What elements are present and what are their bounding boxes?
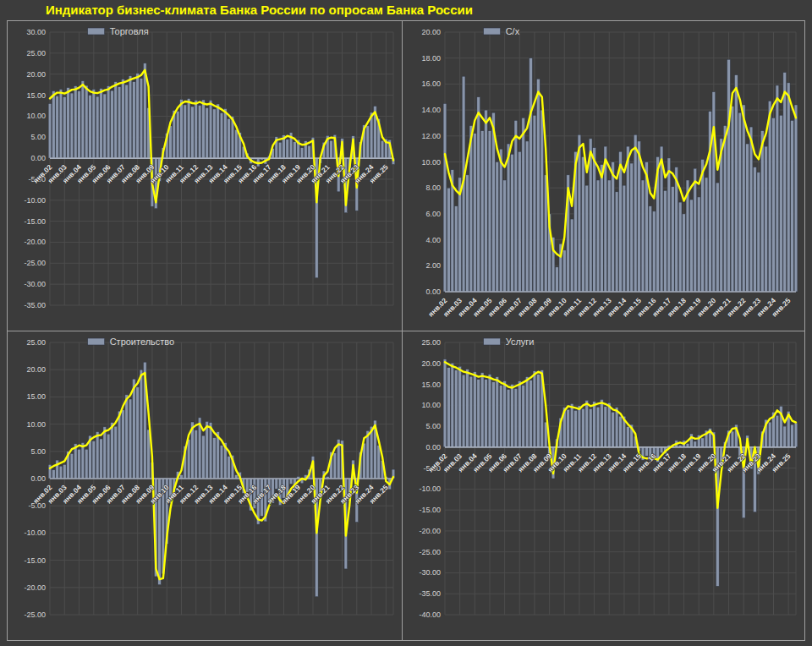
svg-text:-20.00: -20.00 <box>419 527 441 535</box>
chart-panel-services: 25.0020.0015.0010.005.000.00-5.00-10.00-… <box>403 331 804 640</box>
svg-text:10.00: 10.00 <box>421 401 441 409</box>
svg-text:12.00: 12.00 <box>421 132 441 140</box>
svg-text:2.00: 2.00 <box>425 261 441 270</box>
svg-text:0.00: 0.00 <box>425 287 441 296</box>
svg-text:4.00: 4.00 <box>425 236 441 244</box>
svg-text:15.00: 15.00 <box>421 380 441 389</box>
svg-text:-35.00: -35.00 <box>419 589 441 598</box>
svg-text:-30.00: -30.00 <box>24 280 46 288</box>
svg-text:0.00: 0.00 <box>425 443 441 452</box>
svg-text:20.00: 20.00 <box>421 28 441 36</box>
svg-text:-10.00: -10.00 <box>24 196 46 205</box>
svg-text:25.00: 25.00 <box>26 49 46 57</box>
svg-text:-20.00: -20.00 <box>24 583 46 592</box>
page-title: Индикатор бизнес-климата Банка России по… <box>0 0 812 20</box>
svg-text:-25.00: -25.00 <box>24 610 46 619</box>
svg-text:16.00: 16.00 <box>421 79 441 88</box>
svg-text:8.00: 8.00 <box>425 183 441 192</box>
svg-text:С/х: С/х <box>506 26 520 36</box>
svg-text:10.00: 10.00 <box>421 158 441 167</box>
svg-text:20.00: 20.00 <box>26 365 46 374</box>
svg-text:-15.00: -15.00 <box>24 217 46 226</box>
svg-text:-35.00: -35.00 <box>24 301 46 309</box>
svg-text:0.00: 0.00 <box>30 154 46 162</box>
svg-text:5.00: 5.00 <box>30 133 46 141</box>
svg-text:18.00: 18.00 <box>421 54 441 63</box>
svg-text:-25.00: -25.00 <box>24 259 46 267</box>
svg-text:0.00: 0.00 <box>30 474 46 483</box>
svg-text:15.00: 15.00 <box>26 91 46 100</box>
chart-construction-svg: 25.0020.0015.0010.005.000.00-5.00-10.00-… <box>8 331 402 640</box>
charts-grid: 30.0025.0020.0015.0010.005.000.00-5.00-1… <box>7 20 805 641</box>
svg-text:-25.00: -25.00 <box>419 548 441 556</box>
svg-text:10.00: 10.00 <box>26 112 46 120</box>
chart-trade-svg: 30.0025.0020.0015.0010.005.000.00-5.00-1… <box>8 21 402 331</box>
svg-text:5.00: 5.00 <box>425 422 441 430</box>
svg-text:Услуги: Услуги <box>506 337 535 347</box>
svg-text:5.00: 5.00 <box>30 447 46 456</box>
svg-text:15.00: 15.00 <box>26 392 46 401</box>
svg-text:6.00: 6.00 <box>425 210 441 218</box>
svg-text:25.00: 25.00 <box>421 338 441 347</box>
svg-text:-40.00: -40.00 <box>419 610 441 619</box>
svg-text:-20.00: -20.00 <box>24 238 46 246</box>
svg-text:20.00: 20.00 <box>421 359 441 368</box>
excel-chart-sheet: { "title": "Индикатор бизнес-климата Бан… <box>0 0 812 646</box>
chart-panel-trade: 30.0025.0020.0015.0010.005.000.00-5.00-1… <box>8 21 402 331</box>
svg-text:Торговля: Торговля <box>110 26 149 36</box>
svg-text:10.00: 10.00 <box>26 420 46 429</box>
chart-panel-agriculture: 20.0018.0016.0014.0012.0010.008.006.004.… <box>403 21 804 331</box>
svg-text:-15.00: -15.00 <box>419 506 441 514</box>
svg-text:20.00: 20.00 <box>26 70 46 79</box>
svg-text:25.00: 25.00 <box>26 338 46 347</box>
svg-text:14.00: 14.00 <box>421 106 441 114</box>
svg-text:-10.00: -10.00 <box>24 528 46 537</box>
chart-panel-construction: 25.0020.0015.0010.005.000.00-5.00-10.00-… <box>8 331 402 640</box>
svg-text:Строительство: Строительство <box>110 337 175 347</box>
chart-agriculture-svg: 20.0018.0016.0014.0012.0010.008.006.004.… <box>403 21 804 331</box>
svg-text:-30.00: -30.00 <box>419 568 441 577</box>
svg-text:30.00: 30.00 <box>26 28 46 36</box>
svg-text:-15.00: -15.00 <box>24 556 46 565</box>
svg-text:-10.00: -10.00 <box>419 484 441 493</box>
chart-services-svg: 25.0020.0015.0010.005.000.00-5.00-10.00-… <box>403 331 804 640</box>
